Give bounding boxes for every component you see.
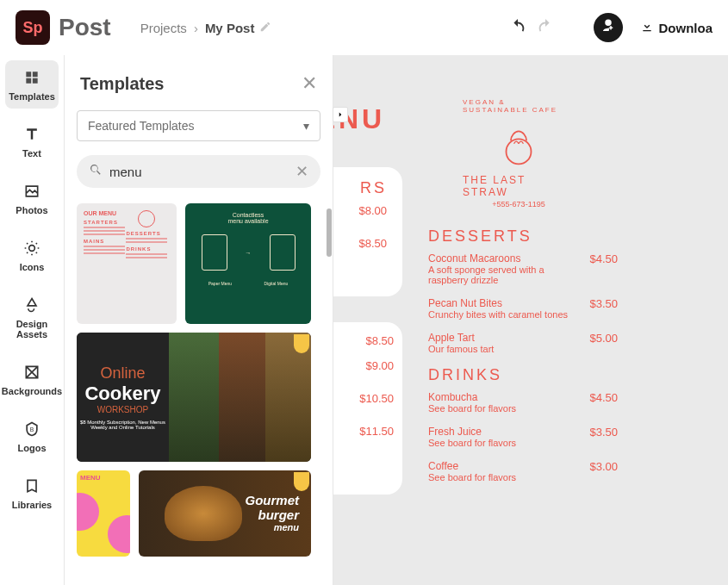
chevron-down-icon: ▾ [303,119,309,133]
backgrounds-icon [22,362,42,383]
app-logo[interactable]: Sp [16,10,50,45]
dropdown-value: Featured Templates [88,119,194,133]
app-title: Post [59,14,111,41]
templates-search[interactable]: ✕ [77,155,320,188]
svg-text:B: B [30,426,34,433]
rail-icons[interactable]: Icons [5,231,59,279]
templates-panel: Templates ✕ Featured Templates ▾ ✕ OUR M… [65,55,333,585]
breadcrumb: Projects › My Post [140,21,272,35]
templates-dropdown[interactable]: Featured Templates ▾ [77,110,320,141]
clear-search-icon[interactable]: ✕ [296,162,308,181]
search-input[interactable] [109,165,289,179]
rail-photos[interactable]: Photos [5,174,59,222]
photos-icon [22,181,42,202]
template-thumb-1[interactable]: OUR MENU STARTERS MAINS DESSERTS DRINKS [77,203,177,324]
card-mains-partial: riander$8.50 arsnips n sauce$9.00 n es$1… [333,322,402,495]
rail-text[interactable]: Text [5,117,59,165]
desserts-title: DESSERTS [428,227,618,246]
libraries-icon [22,476,42,496]
download-button[interactable]: Downloa [640,20,713,36]
text-icon [22,124,42,145]
canvas[interactable]: MENU VEGAN & SUSTAINABLE CAFE THE LAST S… [333,55,728,585]
rail-templates[interactable]: Templates [5,60,59,109]
user-plus-icon [600,18,616,38]
menu-item: Coconut MacaroonsA soft sponge served wi… [428,252,618,285]
panel-collapse-toggle[interactable] [333,107,348,122]
shapes-icon [22,295,42,315]
card-starters-partial: RS ves, sundried$8.00 ket and$8.50 [333,167,402,296]
template-thumb-2[interactable]: Contactless menu available → Paper MenuD… [185,203,311,324]
template-thumb-3[interactable]: Online Cookery WORKSHOP $8 Monthly Subsc… [77,333,311,462]
pencil-icon[interactable] [259,21,271,35]
redo-button [535,17,556,38]
download-icon [640,20,654,36]
cafe-logo: VEGAN & SUSTAINABLE CAFE THE LAST STRAW … [463,98,575,208]
template-thumb-5[interactable]: Gourmet burger menu [139,470,311,557]
menu-item: KombuchaSee board for flavors $4.50 [428,391,618,414]
menu-item: Apple TartOur famous tart $5.00 [428,332,618,354]
search-icon [89,163,103,180]
menu-item: CoffeeSee board for flavors $3.00 [428,460,618,482]
close-icon[interactable]: ✕ [302,72,317,95]
desserts-drinks-group: DESSERTS Coconut MacaroonsA soft sponge … [428,227,618,495]
premium-badge-icon [294,472,309,491]
logos-icon: B [22,419,42,439]
templates-icon [22,67,42,88]
account-avatar[interactable] [594,13,623,42]
chevron-right-icon: › [194,21,198,35]
premium-badge-icon [294,334,309,353]
left-rail: Templates Text Photos Icons Design Asset… [0,55,65,585]
panel-title: Templates [80,74,164,94]
rail-logos[interactable]: B Logos [5,412,59,460]
gear-icon [22,238,42,258]
menu-item: Pecan Nut BitesCrunchy bites with carame… [428,297,618,320]
rail-design-assets[interactable]: Design Assets [5,288,59,346]
rail-libraries[interactable]: Libraries [5,469,59,517]
download-label: Downloa [659,21,713,35]
template-thumb-4[interactable]: MENU [77,470,130,557]
scrollbar-thumb[interactable] [327,208,332,257]
rail-backgrounds[interactable]: Backgrounds [5,355,59,403]
drinks-title: DRINKS [428,366,618,384]
breadcrumb-current[interactable]: My Post [205,21,255,35]
menu-item: Fresh JuiceSee board for flavors $3.50 [428,426,618,448]
undo-button[interactable] [507,17,528,38]
breadcrumb-projects[interactable]: Projects [140,21,187,35]
